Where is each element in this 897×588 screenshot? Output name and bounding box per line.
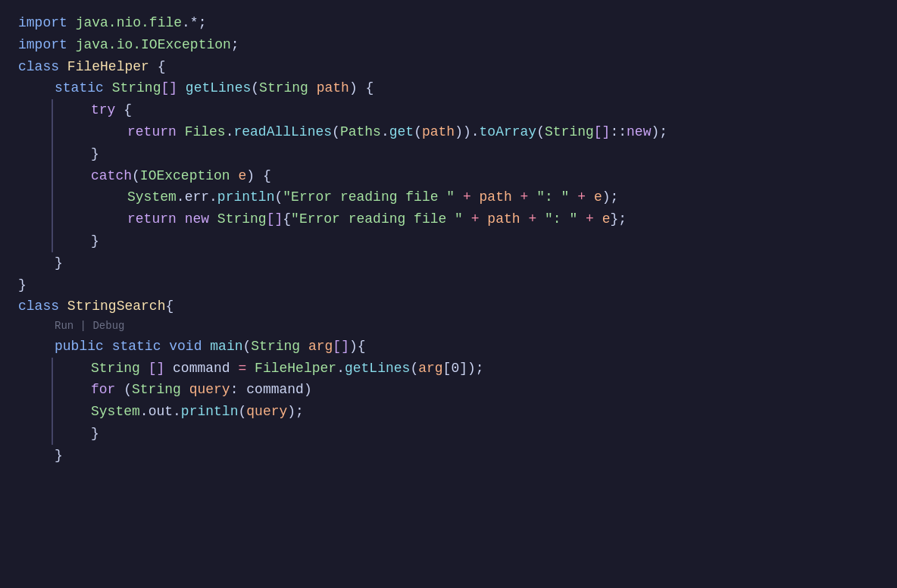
var-path-2: path [480, 186, 512, 208]
package-name: java.nio.file [76, 12, 182, 34]
keyword-for: for [91, 379, 115, 401]
code-line-13: } [0, 274, 897, 296]
var-query-ref: query [246, 401, 287, 423]
keyword-class-2: class [18, 296, 59, 317]
op-plus-6: + [586, 208, 594, 230]
op-plus-5: + [528, 208, 536, 230]
method-println-2: println [181, 401, 239, 423]
var-command: command [173, 358, 230, 380]
class-paths: Paths [340, 121, 381, 143]
code-line-16: public static void main(String arg[]){ [0, 336, 897, 358]
op-plus-2: + [520, 186, 529, 208]
op-plus-3: + [577, 186, 586, 208]
type-string-new: String [217, 208, 267, 230]
var-e-2: e [602, 208, 611, 230]
keyword-try: try [91, 99, 115, 121]
class-system-2: System [91, 401, 140, 423]
code-line-6: return Files.readAllLines(Paths.get(path… [0, 121, 897, 143]
param-path: path [317, 77, 349, 99]
class-filehelper-ref: FileHelper [255, 358, 336, 380]
method-println-1: println [217, 186, 275, 208]
code-line-8: catch(IOException e) { [0, 165, 897, 187]
code-line-17: String [] command = FileHelper.getLines(… [0, 358, 897, 380]
param-e: e [238, 165, 246, 187]
code-line-12: } [0, 252, 897, 274]
param-arg: arg [308, 336, 333, 358]
code-line-11: } [0, 230, 897, 252]
string-error-1: "Error reading file " [283, 186, 455, 208]
method-toarray: toArray [480, 121, 537, 143]
method-main: main [210, 336, 242, 358]
code-line-21: } [0, 445, 897, 467]
var-arg-ref: arg [418, 358, 442, 380]
field-err: err [185, 186, 209, 208]
var-path-1: path [422, 121, 455, 143]
run-debug-bar[interactable]: Run | Debug [0, 319, 897, 334]
index-zero: 0 [451, 358, 459, 380]
class-files: Files [185, 121, 226, 143]
code-line-9: System.err.println("Error reading file "… [0, 186, 897, 208]
type-string-cmd: String [91, 358, 140, 380]
code-line-2: import java.io.IOException; [0, 34, 897, 56]
var-query: query [189, 379, 230, 401]
method-getlines: getLines [186, 77, 251, 99]
class-system-1: System [127, 186, 177, 208]
code-line-7: } [0, 143, 897, 165]
string-colon-1: ": " [536, 186, 569, 208]
type-ioexception: IOException [140, 165, 230, 187]
debug-link[interactable]: Debug [92, 320, 124, 332]
string-error-2: "Error reading file " [291, 208, 463, 230]
method-get: get [389, 121, 414, 143]
keyword-static: static [55, 77, 104, 99]
code-line-18: for (String query: command) [0, 379, 897, 401]
type-string-array: String [545, 121, 594, 143]
run-link[interactable]: Run [55, 320, 73, 332]
code-line-14: class StringSearch{ [0, 296, 897, 317]
keyword-new-ref: new [627, 121, 651, 143]
keyword-return-1: return [127, 121, 177, 143]
keyword-static-2: static [112, 336, 161, 358]
code-editor: import java.nio.file.*; import java.io.I… [0, 0, 897, 588]
code-line-19: System.out.println(query); [0, 401, 897, 423]
keyword-void: void [169, 336, 202, 358]
op-plus-4: + [471, 208, 480, 230]
code-line-1: import java.nio.file.*; [0, 12, 897, 34]
code-line-10: return new String[]{"Error reading file … [0, 208, 897, 230]
keyword-new-1: new [185, 208, 209, 230]
code-line-20: } [0, 423, 897, 445]
class-name-filehelper: FileHelper [67, 56, 149, 78]
keyword-class-1: class [18, 56, 59, 78]
op-assign: = [238, 358, 246, 380]
var-e-1: e [594, 186, 602, 208]
op-plus-1: + [463, 186, 471, 208]
var-command-ref: command [246, 379, 304, 401]
package-io: java.io.IOException [76, 34, 231, 56]
keyword-public: public [55, 336, 104, 358]
string-colon-2: ": " [545, 208, 577, 230]
method-getlines-call: getLines [345, 358, 410, 380]
var-path-3: path [487, 208, 520, 230]
field-out: out [148, 401, 173, 423]
code-line-4: static String[] getLines(String path) { [0, 77, 897, 99]
class-name-stringsearch: StringSearch [67, 296, 166, 317]
type-string-param: String [259, 77, 308, 99]
type-string-for: String [132, 379, 181, 401]
type-string-1: String [112, 77, 161, 99]
keyword-catch: catch [91, 165, 132, 187]
keyword-import-2: import [18, 34, 67, 56]
type-string-main: String [251, 336, 300, 358]
code-line-3: class FileHelper { [0, 56, 897, 78]
code-line-5: try { [0, 99, 897, 121]
array-bracket-1: [] [161, 77, 177, 99]
keyword-import: import [18, 12, 67, 34]
method-readalllines: readAllLines [233, 121, 332, 143]
keyword-return-2: return [127, 208, 177, 230]
